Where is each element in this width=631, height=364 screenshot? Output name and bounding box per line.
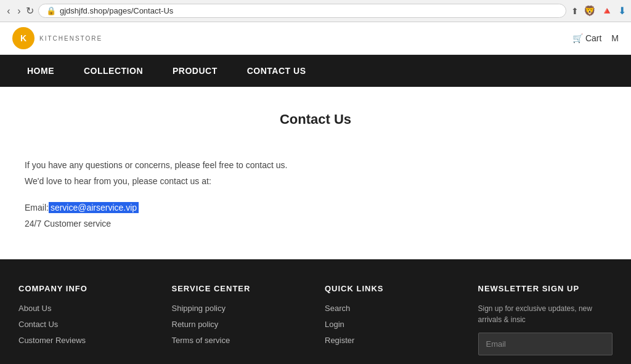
contact-body: If you have any questions or concerns, p… xyxy=(25,158,394,231)
url-text: gjdshjfd.shop/pages/Contact-Us xyxy=(60,6,173,15)
footer-quick-links: QUICK LINKS Search Login Register xyxy=(325,284,460,355)
brave-icon: 🦁 xyxy=(584,5,596,17)
footer-company-heading: COMPANY INFO xyxy=(18,284,153,293)
footer-login-link[interactable]: Login xyxy=(325,320,344,329)
site-header: K KITCHENSTORE 🛒 Cart M xyxy=(0,22,631,55)
share-button[interactable]: ⬆ xyxy=(571,6,579,16)
reload-button[interactable]: ↻ xyxy=(26,7,33,15)
address-bar[interactable]: 🔒 gjdshjfd.shop/pages/Contact-Us xyxy=(38,4,566,18)
email-value[interactable]: service@airservice.vip xyxy=(49,202,139,213)
footer-service-center: SERVICE CENTER Shipping policy Return po… xyxy=(172,284,307,355)
nav-item-contact[interactable]: CONTACT US xyxy=(232,55,321,87)
logo-initial: K xyxy=(20,33,26,43)
intro-line1: If you have any questions or concerns, p… xyxy=(25,158,394,172)
nav-item-home[interactable]: HOME xyxy=(12,55,69,87)
site-logo[interactable]: K KITCHENSTORE xyxy=(12,27,102,49)
logo-text: KITCHENSTORE xyxy=(39,34,102,42)
cart-icon: 🛒 xyxy=(572,33,583,43)
nav-item-collection[interactable]: COLLECTION xyxy=(69,55,158,87)
footer-link-reviews[interactable]: Customer Reviews xyxy=(18,335,153,345)
footer-contact-link[interactable]: Contact Us xyxy=(18,320,58,329)
footer-company-info: COMPANY INFO About Us Contact Us Custome… xyxy=(18,284,153,355)
email-line: Email:service@airservice.vip xyxy=(25,201,394,214)
footer-shipping-link[interactable]: Shipping policy xyxy=(172,304,226,313)
footer-grid: COMPANY INFO About Us Contact Us Custome… xyxy=(18,284,613,355)
cart-button[interactable]: 🛒 Cart xyxy=(572,33,601,43)
nav-link-product[interactable]: PRODUCT xyxy=(158,55,232,87)
footer-service-heading: SERVICE CENTER xyxy=(172,284,307,293)
main-content: Contact Us If you have any questions or … xyxy=(0,87,631,259)
contact-info: Email:service@airservice.vip 24/7 Custom… xyxy=(25,201,394,231)
footer-terms-link[interactable]: Terms of service xyxy=(172,336,230,345)
site-footer: COMPANY INFO About Us Contact Us Custome… xyxy=(0,259,631,364)
download-button[interactable]: ⬇ xyxy=(618,5,626,17)
footer-link-terms[interactable]: Terms of service xyxy=(172,335,307,345)
footer-link-shipping[interactable]: Shipping policy xyxy=(172,303,307,313)
main-nav: HOME COLLECTION PRODUCT CONTACT US xyxy=(0,55,631,87)
nav-link-home[interactable]: HOME xyxy=(12,55,69,87)
email-label: Email: xyxy=(25,203,49,212)
forward-button[interactable]: › xyxy=(15,7,23,15)
alert-icon: 🔺 xyxy=(601,5,613,17)
footer-return-link[interactable]: Return policy xyxy=(172,320,219,329)
footer-link-search[interactable]: Search xyxy=(325,303,460,313)
browser-chrome: ‹ › ↻ 🔒 gjdshjfd.shop/pages/Contact-Us ⬆… xyxy=(0,0,631,22)
header-right: 🛒 Cart M xyxy=(572,33,619,43)
logo-circle: K xyxy=(12,27,35,49)
cart-label: Cart xyxy=(585,33,601,43)
footer-register-link[interactable]: Register xyxy=(325,336,354,345)
footer-link-about[interactable]: About Us xyxy=(18,303,153,313)
nav-item-product[interactable]: PRODUCT xyxy=(158,55,232,87)
nav-link-contact[interactable]: CONTACT US xyxy=(232,55,321,87)
footer-quick-heading: QUICK LINKS xyxy=(325,284,460,293)
footer-newsletter: NEWSLETTER SIGN UP Sign up for exclusive… xyxy=(478,284,613,355)
footer-about-link[interactable]: About Us xyxy=(18,304,51,313)
customer-service-text: 24/7 Customer service xyxy=(25,217,394,230)
footer-newsletter-heading: NEWSLETTER SIGN UP xyxy=(478,284,613,293)
lock-icon: 🔒 xyxy=(46,6,56,15)
menu-icon[interactable]: M xyxy=(611,33,619,43)
footer-reviews-link[interactable]: Customer Reviews xyxy=(18,336,86,345)
newsletter-description: Sign up for exclusive updates, new arriv… xyxy=(478,303,613,325)
footer-search-link[interactable]: Search xyxy=(325,304,350,313)
footer-link-register[interactable]: Register xyxy=(325,335,460,345)
footer-link-login[interactable]: Login xyxy=(325,319,460,329)
footer-link-contact[interactable]: Contact Us xyxy=(18,319,153,329)
footer-link-return[interactable]: Return policy xyxy=(172,319,307,329)
newsletter-email-input[interactable] xyxy=(478,333,613,355)
page-title: Contact Us xyxy=(12,111,619,127)
back-button[interactable]: ‹ xyxy=(5,7,12,15)
intro-line2: We'd love to hear from you, please conta… xyxy=(25,174,394,188)
nav-link-collection[interactable]: COLLECTION xyxy=(69,55,158,87)
